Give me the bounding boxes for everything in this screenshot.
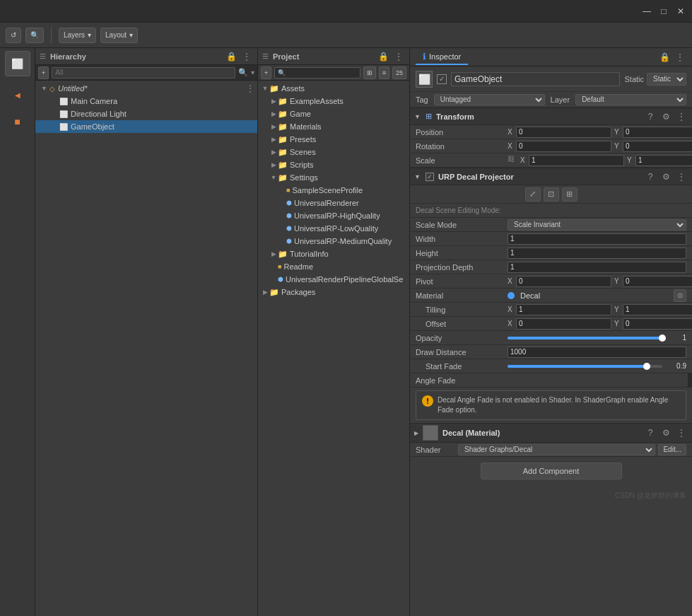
opacity-slider-thumb[interactable]	[659, 335, 666, 342]
project-search-input[interactable]	[287, 69, 329, 76]
untitled-more-button[interactable]: ⋮	[246, 83, 254, 93]
layers-dropdown[interactable]: Layers ▾	[59, 28, 96, 43]
start-fade-slider-track[interactable]	[508, 365, 662, 368]
rotation-y-input[interactable]	[623, 141, 692, 152]
proj-item-packages[interactable]: ▶ 📁 Packages	[258, 286, 409, 298]
proj-item-example-assets[interactable]: ▶ 📁 ExampleAssets	[258, 95, 409, 107]
proj-item-sample-scene-profile[interactable]: ■ SampleSceneProfile	[258, 184, 409, 197]
material-component-header[interactable]: ▶ Decal (Material) ? ⚙ ⋮	[410, 423, 692, 443]
pivot-x-input[interactable]	[516, 276, 611, 287]
position-y-input[interactable]	[623, 127, 692, 138]
shader-dropdown[interactable]: Shader Graphs/Decal	[458, 444, 655, 455]
height-input[interactable]	[508, 248, 686, 259]
scale-link-icon: ⛓	[508, 155, 515, 166]
rotation-x-field: X	[508, 141, 611, 152]
material-comp-more-button[interactable]: ⋮	[675, 426, 688, 439]
material-row: Material Decal ⊙	[410, 289, 692, 303]
position-x-input[interactable]	[516, 127, 611, 138]
proj-item-universal-renderer[interactable]: ⬢ UniversalRenderer	[258, 197, 409, 209]
preview-item-2[interactable]: ■	[5, 109, 30, 134]
offset-y-input[interactable]	[623, 318, 692, 330]
hierarchy-item-gameobject[interactable]: ⬜ GameObject	[35, 120, 257, 133]
proj-item-assets[interactable]: ▼ 📁 Assets	[258, 82, 409, 95]
start-fade-row: Start Fade 0.9	[410, 359, 692, 373]
scale-x-input[interactable]	[529, 155, 624, 166]
start-fade-slider-thumb[interactable]	[643, 363, 650, 370]
project-more-button[interactable]: ⋮	[392, 50, 405, 63]
material-comp-help-button[interactable]: ?	[644, 426, 657, 439]
hierarchy-more-button[interactable]: ⋮	[240, 50, 253, 63]
scale-y-input[interactable]	[635, 155, 692, 166]
decal-tool-move[interactable]: ⤢	[525, 187, 541, 202]
tilling-x-input[interactable]	[516, 304, 611, 315]
tag-dropdown[interactable]: Untagged	[434, 94, 545, 105]
proj-item-urp-high[interactable]: ⬢ UniversalRP-HighQuality	[258, 209, 409, 222]
scale-mode-dropdown[interactable]: Scale Invariant	[508, 219, 686, 231]
project-filter-button[interactable]: ≡	[379, 66, 389, 79]
gameobject-enabled-checkbox[interactable]	[437, 74, 447, 84]
pivot-y-input[interactable]	[623, 276, 692, 287]
proj-item-urp-medium[interactable]: ⬢ UniversalRP-MediumQuality	[258, 235, 409, 248]
proj-item-scripts[interactable]: ▶ 📁 Scripts	[258, 158, 409, 171]
decal-tool-pivot[interactable]: ⊞	[562, 187, 577, 202]
inspector-tab[interactable]: ℹ Inspector	[416, 50, 468, 65]
proj-item-urp-global[interactable]: ⬢ UniversalRenderPipelineGlobalSe	[258, 273, 409, 286]
urp-decal-help-button[interactable]: ?	[644, 170, 657, 183]
material-comp-settings-button[interactable]: ⚙	[659, 426, 672, 439]
static-dropdown[interactable]: Static	[647, 73, 686, 86]
proj-item-materials[interactable]: ▶ 📁 Materials	[258, 120, 409, 133]
proj-item-presets[interactable]: ▶ 📁 Presets	[258, 133, 409, 146]
hierarchy-add-button[interactable]: +	[38, 66, 49, 79]
shader-edit-button[interactable]: Edit...	[658, 444, 686, 455]
transform-more-button[interactable]: ⋮	[675, 110, 688, 123]
project-count-button[interactable]: 25	[392, 66, 406, 79]
history-button[interactable]: ↺	[6, 28, 21, 43]
scale-label: Scale	[416, 156, 508, 165]
proj-item-settings[interactable]: ▼ 📁 Settings	[258, 171, 409, 184]
inspector-lock-button[interactable]: 🔒	[658, 51, 671, 64]
hierarchy-lock-button[interactable]: 🔒	[225, 50, 237, 63]
urp-decal-more-button[interactable]: ⋮	[675, 170, 688, 183]
material-target-button[interactable]: ⊙	[674, 289, 686, 302]
proj-item-tutorial-info[interactable]: ▶ 📁 TutorialInfo	[258, 248, 409, 260]
proj-item-game[interactable]: ▶ 📁 Game	[258, 107, 409, 120]
search-button[interactable]: 🔍	[25, 28, 44, 43]
layer-dropdown[interactable]: Default	[575, 94, 686, 105]
transform-help-button[interactable]: ?	[644, 110, 657, 123]
close-button[interactable]: ✕	[675, 6, 686, 17]
scene-view-toggle[interactable]: ⬜	[5, 51, 30, 76]
project-header: ☰ Project 🔒 ⋮	[258, 48, 409, 65]
urp-decal-enabled-checkbox[interactable]: ✓	[426, 173, 434, 181]
rotation-x-input[interactable]	[516, 141, 611, 152]
transform-settings-button[interactable]: ⚙	[659, 110, 672, 123]
proj-item-scenes[interactable]: ▶ 📁 Scenes	[258, 146, 409, 158]
project-lock-button[interactable]: 🔒	[377, 50, 389, 63]
inspector-header-actions: 🔒 ⋮	[658, 51, 686, 64]
hierarchy-search-input[interactable]	[52, 67, 235, 79]
draw-distance-input[interactable]	[508, 347, 686, 358]
add-component-button[interactable]: Add Component	[481, 463, 622, 480]
gameobject-name-input[interactable]: GameObject	[451, 72, 620, 86]
decal-tool-size[interactable]: ⊡	[544, 187, 559, 202]
preview-item-1[interactable]: ◀	[5, 82, 30, 107]
projection-depth-input[interactable]	[508, 262, 686, 273]
layout-dropdown[interactable]: Layout ▾	[100, 28, 138, 43]
inspector-more-button[interactable]: ⋮	[674, 51, 686, 64]
project-icon-view-button[interactable]: ⊞	[363, 66, 376, 79]
proj-item-readme[interactable]: ■ Readme	[258, 260, 409, 273]
hierarchy-item-main-camera[interactable]: ⬜ Main Camera	[35, 95, 257, 107]
urp-decal-header[interactable]: ▼ ✓ URP Decal Projector ? ⚙ ⋮	[410, 168, 692, 185]
tilling-y-input[interactable]	[623, 304, 692, 315]
urp-decal-settings-button[interactable]: ⚙	[659, 170, 672, 183]
transform-header[interactable]: ▼ ⊞ Transform ? ⚙ ⋮	[410, 108, 692, 125]
offset-x-input[interactable]	[516, 318, 611, 330]
hierarchy-item-directional-light[interactable]: ⬜ Directional Light	[35, 107, 257, 120]
maximize-button[interactable]: □	[658, 6, 669, 17]
minimize-button[interactable]: —	[641, 6, 652, 17]
project-add-button[interactable]: +	[261, 66, 271, 79]
hierarchy-item-untitled[interactable]: ▼ ◇ Untitled* ⋮	[35, 82, 257, 95]
proj-item-urp-low[interactable]: ⬢ UniversalRP-LowQuality	[258, 222, 409, 235]
opacity-slider-track[interactable]	[508, 337, 662, 339]
hierarchy-search-dropdown[interactable]: ▾	[251, 69, 254, 76]
width-input[interactable]	[508, 233, 686, 245]
